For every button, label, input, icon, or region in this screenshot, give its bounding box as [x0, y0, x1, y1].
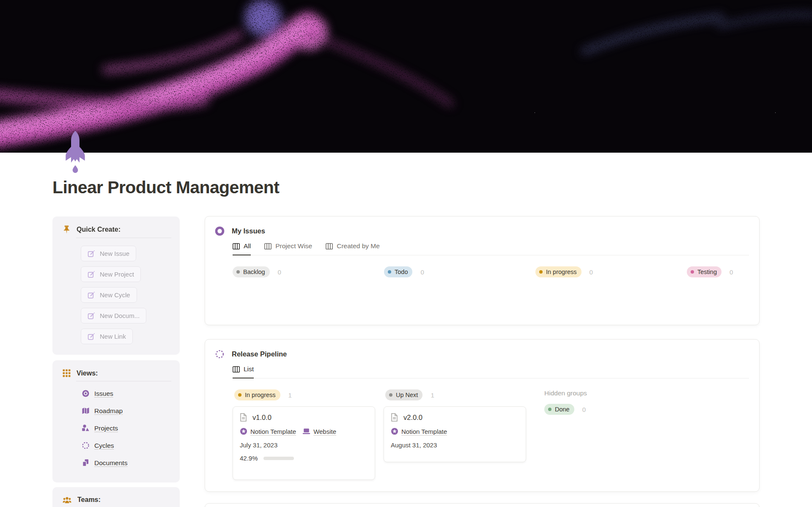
- issue-ring-icon: [215, 226, 225, 236]
- status-count: 0: [590, 269, 593, 276]
- status-dot: [691, 270, 694, 274]
- teams-panel: Teams:: [52, 487, 180, 507]
- rocket-page-icon[interactable]: [63, 131, 88, 174]
- issues-icon: [82, 389, 90, 397]
- status-badge[interactable]: Testing: [687, 266, 721, 277]
- button-label: New Project: [100, 271, 134, 278]
- board-column-in-progress: In progress 0: [535, 266, 687, 277]
- tag-label[interactable]: Notion Template: [250, 428, 296, 435]
- new-document-button[interactable]: New Docum...: [81, 308, 146, 323]
- sidebar-item-label[interactable]: Roadmap: [94, 407, 123, 415]
- board-icon: [264, 243, 272, 249]
- cover-image: [0, 0, 812, 153]
- status-count: 0: [420, 269, 424, 276]
- status-badge[interactable]: Backlog: [233, 266, 270, 277]
- website-link[interactable]: Website: [302, 428, 336, 435]
- page-icon: [240, 413, 247, 422]
- banner-art: [0, 0, 812, 153]
- people-icon: [63, 496, 71, 504]
- progress-label: 42.9%: [240, 455, 258, 462]
- pushpin-icon: [63, 225, 71, 234]
- status-dot: [539, 270, 543, 274]
- tab-created-by-me[interactable]: Created by Me: [326, 242, 380, 255]
- status-count: 1: [288, 392, 292, 399]
- release-pipeline-card: Release Pipeline List In progress 1: [205, 339, 760, 492]
- divider: [76, 381, 171, 381]
- tab-label: Project Wise: [275, 242, 312, 250]
- status-badge[interactable]: Done: [544, 404, 574, 415]
- board-column-up-next: Up Next 1 v2.0.0: [384, 389, 526, 480]
- quick-create-panel: Quick Create: New Issue New Projec: [52, 217, 180, 355]
- views-title: Views:: [77, 370, 98, 377]
- card-title: My Issues: [232, 227, 265, 235]
- status-label: Todo: [395, 269, 408, 275]
- sidebar-item-label[interactable]: Issues: [94, 390, 113, 397]
- tag-label[interactable]: Notion Template: [401, 428, 447, 435]
- page-icon: [391, 413, 398, 422]
- status-badge[interactable]: In progress: [234, 389, 280, 400]
- hidden-groups-label: Hidden groups: [544, 389, 677, 397]
- release-date: July 31, 2023: [240, 441, 368, 449]
- tag-label[interactable]: Website: [313, 428, 336, 435]
- sidebar-item-projects[interactable]: Projects: [82, 422, 180, 434]
- status-badge[interactable]: In progress: [535, 266, 582, 277]
- teams-title: Teams:: [77, 496, 101, 504]
- edit-icon: [88, 250, 95, 258]
- tab-list[interactable]: List: [233, 365, 254, 378]
- release-card-v1[interactable]: v1.0.0 Notion Template: [233, 406, 375, 480]
- progress-bar: [263, 457, 294, 460]
- sidebar-item-label[interactable]: Projects: [94, 425, 118, 432]
- status-count: 1: [431, 392, 434, 399]
- sidebar-item-label[interactable]: Documents: [94, 459, 127, 467]
- badge-star-icon: [240, 428, 247, 435]
- status-dot: [238, 393, 241, 397]
- status-count: 0: [582, 406, 586, 413]
- new-cycle-button[interactable]: New Cycle: [81, 287, 137, 303]
- board-icon: [233, 243, 240, 249]
- board-column-backlog: Backlog 0: [233, 266, 384, 277]
- notion-template-link[interactable]: Notion Template: [391, 428, 447, 435]
- status-label: In progress: [245, 392, 276, 398]
- my-issues-card: My Issues All Project Wise: [205, 216, 760, 325]
- hidden-groups-column: Hidden groups Done 0: [535, 389, 677, 480]
- new-project-button[interactable]: New Project: [81, 266, 141, 282]
- status-dot: [388, 270, 391, 274]
- tab-all[interactable]: All: [233, 242, 251, 255]
- button-label: New Link: [100, 333, 126, 340]
- status-badge[interactable]: Todo: [384, 266, 412, 277]
- new-issue-button[interactable]: New Issue: [81, 246, 136, 261]
- new-link-button[interactable]: New Link: [81, 329, 133, 344]
- sidebar-item-cycles[interactable]: Cycles: [82, 440, 180, 451]
- board-column-testing: Testing 0: [687, 266, 760, 277]
- tab-label: All: [244, 242, 251, 250]
- status-label: Testing: [697, 269, 717, 275]
- sidebar-item-issues[interactable]: Issues: [82, 388, 180, 399]
- button-label: New Issue: [100, 250, 129, 257]
- view-tabs: List: [233, 365, 749, 378]
- next-card-peek: [205, 503, 760, 507]
- status-count: 0: [278, 269, 281, 276]
- projects-icon: [82, 424, 90, 432]
- roadmap-icon: [82, 407, 90, 415]
- release-title[interactable]: v1.0.0: [252, 414, 272, 422]
- edit-icon: [88, 333, 95, 340]
- laptop-icon: [302, 428, 310, 435]
- edit-icon: [88, 271, 95, 278]
- release-card-v2[interactable]: v2.0.0 Notion Template August 31, 2023: [384, 406, 526, 462]
- grid-icon: [63, 369, 71, 377]
- status-dot: [548, 408, 551, 411]
- sidebar-item-label[interactable]: Cycles: [94, 442, 114, 449]
- release-title[interactable]: v2.0.0: [403, 414, 422, 422]
- edit-icon: [88, 312, 95, 320]
- documents-icon: [82, 459, 90, 467]
- status-board: Backlog 0 Todo 0 In progress 0 Testing 0: [205, 255, 759, 277]
- board-icon: [326, 243, 333, 249]
- sidebar-item-roadmap[interactable]: Roadmap: [82, 405, 180, 417]
- sidebar-item-documents[interactable]: Documents: [82, 457, 180, 469]
- status-dot: [389, 393, 392, 397]
- tab-project-wise[interactable]: Project Wise: [264, 242, 312, 255]
- notion-template-link[interactable]: Notion Template: [240, 428, 296, 435]
- status-badge[interactable]: Up Next: [385, 389, 422, 400]
- quick-create-title: Quick Create:: [77, 226, 121, 233]
- cycle-dashed-icon: [215, 349, 225, 359]
